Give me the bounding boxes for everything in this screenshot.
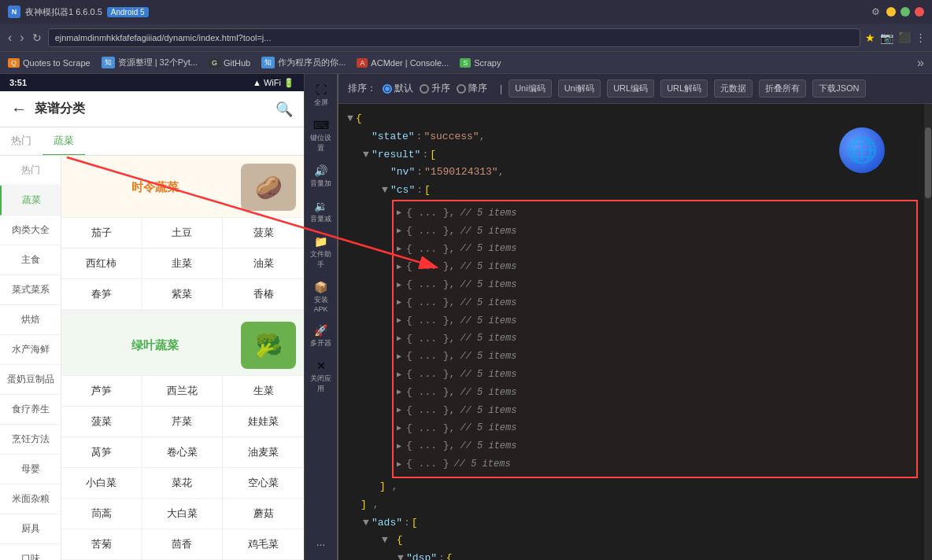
food-broccoli[interactable]: 西兰花 <box>142 376 224 407</box>
food-garland-chrys[interactable]: 茼蒿 <box>61 499 142 529</box>
toggle-root[interactable]: ▼ <box>345 111 356 127</box>
food-lettuce[interactable]: 生菜 <box>223 376 304 407</box>
toggle-cs[interactable]: ▼ <box>379 182 390 199</box>
toggle-dsp[interactable]: ▼ <box>395 551 406 560</box>
food-bok-choy[interactable]: 小白菜 <box>61 468 142 499</box>
toggle-cs-12[interactable]: ▶ <box>397 422 406 435</box>
toggle-cs-6[interactable]: ▶ <box>397 315 406 327</box>
toggle-result[interactable]: ▼ <box>361 147 372 164</box>
food-rape[interactable]: 油菜 <box>223 249 304 279</box>
menu-icon[interactable]: ⋮ <box>915 31 926 43</box>
extensions-icon[interactable]: ⬛ <box>898 31 911 43</box>
toggle-cs-11[interactable]: ▶ <box>397 404 406 417</box>
toolbar-more[interactable]: ··· <box>307 533 335 555</box>
toolbar-vol-up[interactable]: 🔊 音量加 <box>307 160 335 193</box>
toggle-cs-13[interactable]: ▶ <box>397 440 406 453</box>
sidebar-item-vegetable[interactable]: 蔬菜 <box>0 186 61 216</box>
toggle-cs-0[interactable]: ▶ <box>397 207 406 219</box>
sidebar-item-cooking[interactable]: 烹饪方法 <box>0 425 61 455</box>
back-button[interactable]: ← <box>11 100 27 118</box>
food-fennel[interactable]: 茴香 <box>142 529 224 560</box>
toolbar-vol-down[interactable]: 🔉 音量减 <box>307 195 335 229</box>
sidebar-item-meat[interactable]: 肉类大全 <box>0 216 61 245</box>
food-water-spinach[interactable]: 空心菜 <box>223 468 304 499</box>
screenshot-icon[interactable]: 📷 <box>880 31 893 44</box>
json-content[interactable]: ▼ { "state" : "success" , <box>338 104 924 560</box>
btn-url-decode[interactable]: URL解码 <box>660 79 708 98</box>
food-eggplant[interactable]: 茄子 <box>61 218 142 249</box>
settings-icon[interactable]: ⚙ <box>871 6 880 17</box>
bookmark-quotes[interactable]: Q Quotes to Scrape <box>8 58 91 68</box>
sidebar-item-hot[interactable]: 热门 <box>0 156 61 186</box>
toggle-cs-2[interactable]: ▶ <box>397 243 406 256</box>
food-cauliflower[interactable]: 菜花 <box>142 468 224 499</box>
browser-refresh-button[interactable]: ↻ <box>31 30 43 46</box>
bookmark-resources[interactable]: 知 资源整理 | 32个Pyt... <box>102 57 198 68</box>
food-chinese-cabbage[interactable]: 大白菜 <box>142 499 224 529</box>
tab-hot[interactable]: 热门 <box>0 127 43 156</box>
food-chive[interactable]: 韭菜 <box>142 249 224 279</box>
food-celery[interactable]: 芹菜 <box>142 407 224 437</box>
btn-metadata[interactable]: 元数据 <box>714 79 753 98</box>
bookmark-acmder[interactable]: A ACMder | Console... <box>357 58 449 68</box>
food-bitter-herb[interactable]: 苦菊 <box>61 529 142 560</box>
food-cabbage[interactable]: 卷心菜 <box>142 437 224 468</box>
radio-default[interactable]: 默认 <box>383 82 413 95</box>
btn-fold-all[interactable]: 折叠所有 <box>759 79 806 98</box>
toggle-ads-obj[interactable]: ▼ <box>379 532 390 549</box>
toolbar-keymapping[interactable]: ⌨ 键位设置 <box>307 114 335 158</box>
food-toon[interactable]: 香椿 <box>223 279 304 309</box>
toggle-cs-14[interactable]: ▶ <box>397 459 406 471</box>
food-baby-cabbage[interactable]: 娃娃菜 <box>223 407 304 437</box>
food-chicken-feather[interactable]: 鸡毛菜 <box>223 529 304 560</box>
btn-uni-decode[interactable]: Uni解码 <box>558 79 601 98</box>
btn-download-json[interactable]: 下载JSON <box>812 79 865 98</box>
sidebar-item-staple[interactable]: 主食 <box>0 245 61 275</box>
sidebar-item-health[interactable]: 食疗养生 <box>0 395 61 425</box>
sidebar-item-grain[interactable]: 米面杂粮 <box>0 484 61 514</box>
bookmark-github[interactable]: G GitHub <box>209 58 250 68</box>
toggle-cs-7[interactable]: ▶ <box>397 333 406 345</box>
json-scrollbar[interactable] <box>924 104 932 560</box>
btn-url-encode[interactable]: URL编码 <box>607 79 654 98</box>
sidebar-item-baby[interactable]: 母婴 <box>0 455 61 484</box>
food-mushroom[interactable]: 蘑菇 <box>223 499 304 529</box>
food-spinach2[interactable]: 菠菜 <box>61 407 142 437</box>
radio-asc[interactable]: 升序 <box>420 82 450 95</box>
sidebar-item-tools[interactable]: 厨具 <box>0 514 61 544</box>
sidebar-item-taste[interactable]: 口味 <box>0 544 61 560</box>
url-bar[interactable]: ejnmalmdinmhkkfafefagiiiad/dynamic/index… <box>48 28 860 47</box>
toolbar-installapk[interactable]: 📦 安装APK <box>307 276 335 318</box>
toggle-cs-1[interactable]: ▶ <box>397 225 406 238</box>
sidebar-item-egg[interactable]: 蛋奶豆制品 <box>0 365 61 395</box>
toolbar-filehelper[interactable]: 📁 文件助手 <box>307 230 335 274</box>
btn-uni-encode[interactable]: Uni编码 <box>509 79 552 98</box>
toggle-cs-3[interactable]: ▶ <box>397 261 406 274</box>
sidebar-item-seafood[interactable]: 水产海鲜 <box>0 335 61 365</box>
toggle-cs-5[interactable]: ▶ <box>397 297 406 309</box>
bookmark-programmer[interactable]: 知 作为程序员的你... <box>261 57 346 68</box>
food-seaweed[interactable]: 紫菜 <box>142 279 224 309</box>
toggle-ads[interactable]: ▼ <box>361 515 372 532</box>
food-spinach[interactable]: 菠菜 <box>223 218 304 249</box>
close-button[interactable] <box>915 7 924 17</box>
bookmark-icon[interactable]: ★ <box>865 31 875 44</box>
bookmarks-more[interactable]: » <box>917 56 924 70</box>
toggle-cs-9[interactable]: ▶ <box>397 369 406 381</box>
food-tomato[interactable]: 西红柿 <box>61 249 142 279</box>
toolbar-closeapp[interactable]: ✕ 关闭应用 <box>307 355 335 399</box>
toolbar-multiopen[interactable]: 🚀 多开器 <box>307 319 335 353</box>
toggle-cs-10[interactable]: ▶ <box>397 386 406 399</box>
food-romaine[interactable]: 莴笋 <box>61 437 142 468</box>
food-oilseed-rape[interactable]: 油麦菜 <box>223 437 304 468</box>
toggle-cs-4[interactable]: ▶ <box>397 279 406 292</box>
minimize-button[interactable] <box>886 7 896 17</box>
sidebar-item-western[interactable]: 菜式菜系 <box>0 275 61 305</box>
toolbar-fullscreen[interactable]: ⛶ 全屏 <box>307 79 335 112</box>
maximize-button[interactable] <box>901 7 910 17</box>
radio-desc[interactable]: 降序 <box>457 82 487 95</box>
tab-vegetable[interactable]: 蔬菜 <box>43 127 85 156</box>
food-asparagus[interactable]: 芦笋 <box>61 376 142 407</box>
browser-back-button[interactable]: ‹ <box>6 29 13 46</box>
food-bamboo[interactable]: 春笋 <box>61 279 142 309</box>
